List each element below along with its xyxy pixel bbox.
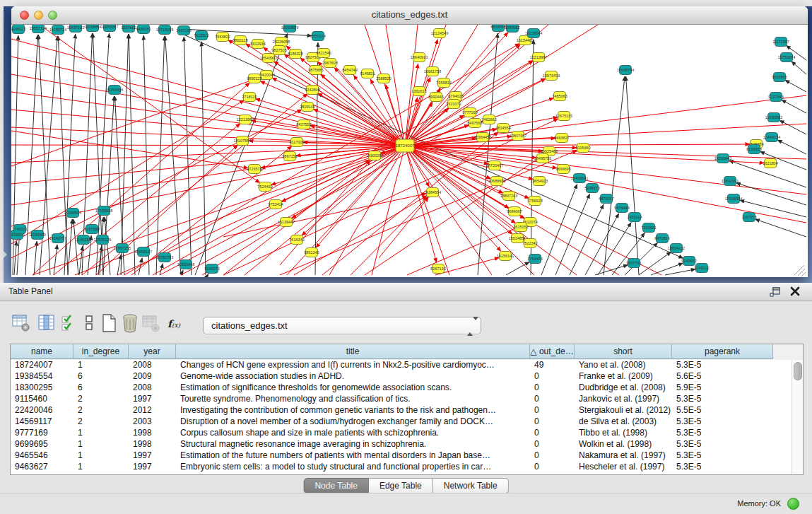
graph-node[interactable]: 12213963 [237, 115, 254, 124]
graph-edge[interactable] [626, 76, 639, 275]
show-column-button[interactable] [37, 313, 57, 334]
graph-node[interactable]: 20557124 [30, 25, 47, 33]
graph-node[interactable]: 17957255 [114, 244, 131, 253]
graph-node[interactable]: 19384554 [424, 188, 441, 197]
graph-edge[interactable] [351, 197, 428, 275]
graph-node[interactable]: 19654923 [531, 177, 548, 186]
graph-node[interactable]: 12444134 [763, 133, 780, 142]
graph-node[interactable]: 8427552 [296, 120, 311, 129]
graph-node[interactable]: 12505125 [94, 235, 111, 245]
graph-node[interactable]: 9245012 [694, 264, 709, 273]
graph-node[interactable]: 6879197 [599, 194, 613, 204]
table-scrollbar[interactable] [792, 360, 803, 474]
graph-node[interactable]: 10958107 [135, 247, 152, 257]
graph-node[interactable]: 20206505 [64, 209, 81, 218]
column-header-title[interactable]: title [176, 344, 530, 359]
table-row[interactable]: 1830029562008Estimation of significance … [11, 382, 803, 394]
graph-node[interactable]: 1362615 [411, 87, 426, 96]
graph-node[interactable]: 10688609 [488, 177, 505, 186]
graph-node[interactable]: 7663822 [215, 33, 230, 42]
graph-edge[interactable] [54, 245, 57, 275]
graph-node[interactable]: 16543992 [260, 54, 277, 63]
graph-node[interactable]: 7524402 [257, 182, 272, 192]
panel-collapse-arrow-icon[interactable] [4, 251, 7, 258]
graph-node[interactable]: 9857791 [626, 259, 641, 268]
graph-node[interactable]: 8186328 [288, 49, 302, 59]
graph-node[interactable]: 7462662 [481, 115, 496, 124]
graph-edge[interactable] [73, 219, 78, 275]
graph-node[interactable]: 1615152 [513, 223, 528, 232]
graph-node[interactable]: 8990445 [428, 93, 443, 102]
graph-node[interactable]: 15892991 [722, 177, 739, 186]
graph-edge[interactable] [40, 25, 260, 183]
graph-node[interactable]: 12124549 [431, 29, 448, 38]
graph-node[interactable]: 1145194 [76, 235, 90, 245]
graph-node[interactable]: 18300295 [366, 151, 383, 160]
graph-node[interactable]: 14055714 [49, 25, 66, 35]
graph-edge[interactable] [160, 146, 405, 275]
graph-node[interactable]: 16782753 [156, 253, 173, 262]
graph-node[interactable]: 9227343 [768, 93, 783, 102]
graph-node[interactable]: 20153346 [106, 86, 123, 95]
graph-node[interactable]: 1167553 [741, 213, 756, 222]
function-builder-button[interactable]: f (x) [165, 313, 185, 334]
graph-edge[interactable] [11, 77, 261, 166]
column-header-out_de[interactable]: △ out_de… [530, 344, 575, 359]
graph-node[interactable]: 7932621 [641, 223, 656, 233]
graph-node[interactable]: 13342757 [49, 234, 66, 243]
graph-node[interactable]: 2587682 [505, 25, 519, 33]
graph-node[interactable]: 2588520 [376, 74, 391, 83]
graph-node[interactable]: 2935114 [627, 213, 642, 222]
graph-node[interactable]: 10654112 [668, 244, 685, 253]
graph-node[interactable]: 17016504 [725, 194, 742, 204]
graph-edge[interactable] [181, 78, 546, 275]
graph-node[interactable]: 5938923 [584, 184, 599, 193]
graph-node[interactable]: 9117006 [289, 138, 304, 147]
graph-node[interactable]: 9474444 [614, 204, 629, 213]
graph-node[interactable]: 9245072 [204, 264, 219, 274]
graph-node[interactable]: 18107554 [234, 136, 251, 146]
network-window-titlebar[interactable]: citations_edges.txt [11, 6, 808, 25]
graph-node[interactable]: 8813054 [490, 25, 505, 32]
graph-edge[interactable] [598, 223, 631, 275]
graph-node[interactable]: 7615526 [194, 31, 208, 40]
scrollbar-thumb[interactable] [794, 362, 802, 380]
graph-node[interactable]: 9146821 [360, 69, 375, 78]
graph-node[interactable]: 2718120 [242, 93, 257, 102]
table-row[interactable]: 1938455462009Genome-wide association stu… [11, 371, 803, 382]
table-row[interactable]: 946554611997Estimation of the future num… [11, 450, 803, 462]
graph-node[interactable]: 18640910 [411, 53, 428, 62]
graph-node[interactable]: 10973493 [543, 71, 560, 81]
graph-node[interactable]: 9115460 [575, 144, 590, 153]
graph-node[interactable]: 1527602 [121, 25, 136, 33]
graph-node[interactable]: 20364456 [474, 133, 491, 142]
graph-hub-node[interactable]: 18724007 [396, 139, 415, 152]
memory-status-icon[interactable] [787, 498, 799, 510]
graph-node[interactable]: 9529966 [772, 73, 787, 82]
table-selector-dropdown[interactable]: citations_edges.txt [203, 317, 481, 334]
graph-node[interactable]: 7616342 [289, 235, 304, 245]
graph-node[interactable]: 18807243 [500, 192, 517, 201]
graph-edge[interactable] [407, 225, 524, 275]
graph-node[interactable]: 1467138 [176, 26, 191, 35]
graph-node[interactable]: 9827505 [271, 46, 286, 55]
graph-node[interactable]: 12213967 [530, 53, 547, 62]
table-row[interactable]: 946362711997Embryonic stem cells: a mode… [11, 462, 803, 473]
graph-node[interactable]: 12975115 [555, 112, 572, 121]
graph-node[interactable]: 19318454 [84, 25, 101, 32]
graph-node[interactable]: 7955812 [436, 78, 451, 88]
graph-node[interactable]: 16210643 [714, 154, 731, 163]
graph-node[interactable]: 16648784 [617, 66, 634, 75]
graph-edge[interactable] [103, 96, 114, 275]
graph-node[interactable]: 16139447 [278, 218, 295, 227]
graph-node[interactable]: 10719155 [156, 25, 173, 35]
graph-node[interactable]: 1621804 [763, 159, 777, 168]
graph-node[interactable]: 6466161 [136, 25, 151, 34]
graph-edge[interactable] [208, 274, 208, 275]
graph-node[interactable]: 9242848 [305, 86, 319, 95]
graph-edge[interactable] [11, 39, 405, 146]
new-column-button[interactable] [99, 313, 119, 334]
graph-edge[interactable] [779, 120, 806, 134]
graph-edge[interactable] [651, 263, 683, 275]
graph-edge[interactable] [129, 34, 135, 275]
